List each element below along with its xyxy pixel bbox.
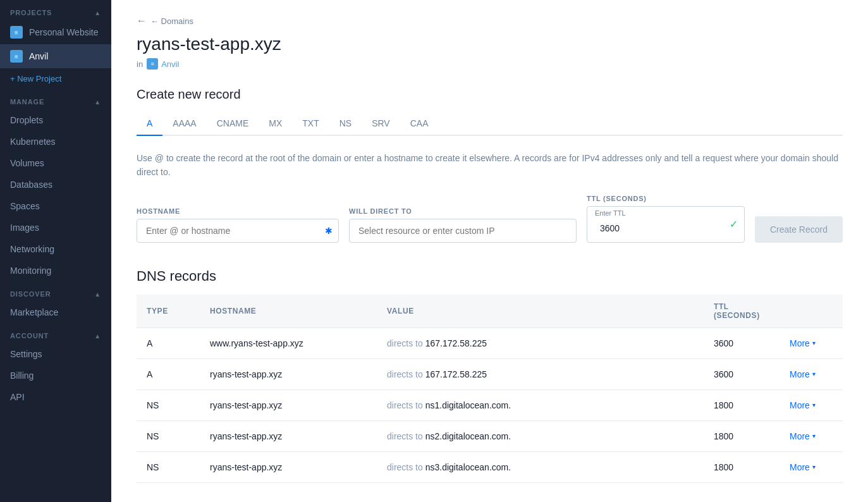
ttl-inner-label: Enter TTL bbox=[594, 209, 717, 217]
sidebar-item-volumes[interactable]: Volumes bbox=[0, 152, 111, 174]
cell-hostname: ryans-test-app.xyz bbox=[200, 358, 377, 389]
ttl-input[interactable] bbox=[594, 217, 717, 240]
manage-section-header: MANAGE ▲ bbox=[0, 89, 111, 109]
hostname-label: HOSTNAME bbox=[137, 207, 339, 215]
sidebar-item-monitoring[interactable]: Monitoring bbox=[0, 260, 111, 281]
cell-hostname: ryans-test-app.xyz bbox=[200, 389, 377, 420]
col-header-actions bbox=[779, 295, 843, 328]
col-header-type: Type bbox=[137, 295, 200, 328]
sidebar-item-databases[interactable]: Databases bbox=[0, 174, 111, 195]
breadcrumb-label[interactable]: ← Domains bbox=[150, 16, 193, 26]
breadcrumb[interactable]: ← ← Domains bbox=[137, 15, 843, 27]
sidebar-item-api[interactable]: API bbox=[0, 386, 111, 408]
record-type-tabs: A AAAA CNAME MX TXT NS SRV CAA bbox=[137, 112, 843, 136]
direct-to-group: WILL DIRECT TO bbox=[349, 207, 577, 243]
chevron-down-icon: ▾ bbox=[812, 401, 816, 408]
cell-type: A bbox=[137, 358, 200, 389]
col-header-hostname: Hostname bbox=[200, 295, 377, 328]
tab-cname[interactable]: CNAME bbox=[207, 112, 259, 136]
tab-aaaa[interactable]: AAAA bbox=[162, 112, 206, 136]
tab-a[interactable]: A bbox=[137, 112, 162, 136]
cell-hostname: ryans-test-app.xyz bbox=[200, 451, 377, 482]
more-button[interactable]: More ▾ bbox=[790, 431, 816, 441]
cell-value: directs to ns2.digitalocean.com. bbox=[377, 420, 704, 451]
discover-chevron: ▲ bbox=[94, 291, 101, 298]
col-header-value: Value bbox=[377, 295, 704, 328]
cell-ttl: 1800 bbox=[704, 420, 779, 451]
dns-records-title: DNS records bbox=[137, 268, 843, 285]
direct-to-input[interactable] bbox=[349, 219, 577, 243]
cell-hostname: ryans-test-app.xyz bbox=[200, 420, 377, 451]
required-star-icon: ✱ bbox=[325, 226, 333, 236]
cell-actions: More ▾ bbox=[779, 420, 843, 451]
cell-ttl: 3600 bbox=[704, 358, 779, 389]
chevron-down-icon: ▾ bbox=[812, 463, 816, 470]
account-section-header: ACCOUNT ▲ bbox=[0, 323, 111, 343]
sidebar-item-billing[interactable]: Billing bbox=[0, 365, 111, 386]
personal-website-icon: ≡ bbox=[10, 26, 23, 39]
cell-actions: More ▾ bbox=[779, 328, 843, 358]
hostname-input[interactable] bbox=[137, 219, 339, 243]
tab-ns[interactable]: NS bbox=[329, 112, 362, 136]
sidebar-item-personal-website[interactable]: ≡ Personal Website bbox=[0, 20, 111, 44]
cell-type: NS bbox=[137, 420, 200, 451]
ttl-input-wrapper: Enter TTL ✓ bbox=[587, 206, 745, 243]
sidebar-item-spaces[interactable]: Spaces bbox=[0, 195, 111, 217]
anvil-badge-icon: ≡ bbox=[147, 58, 158, 70]
sidebar-item-anvil[interactable]: ≡ Anvil bbox=[0, 44, 111, 68]
cell-ttl: 1800 bbox=[704, 389, 779, 420]
sidebar-item-marketplace[interactable]: Marketplace bbox=[0, 302, 111, 323]
hostname-input-wrapper: ✱ bbox=[137, 219, 339, 243]
tab-caa[interactable]: CAA bbox=[400, 112, 439, 136]
back-arrow-icon: ← bbox=[137, 15, 147, 27]
ttl-group: TTL (SECONDS) Enter TTL ✓ bbox=[587, 195, 745, 243]
discover-section-header: DISCOVER ▲ bbox=[0, 281, 111, 302]
more-button[interactable]: More ▾ bbox=[790, 400, 816, 410]
table-row: NS ryans-test-app.xyz directs to ns2.dig… bbox=[137, 420, 843, 451]
anvil-icon: ≡ bbox=[10, 50, 23, 63]
cell-actions: More ▾ bbox=[779, 389, 843, 420]
projects-section-header: PROJECTS ▲ bbox=[0, 0, 111, 20]
cell-ttl: 1800 bbox=[704, 451, 779, 482]
direct-to-label: WILL DIRECT TO bbox=[349, 207, 577, 215]
cell-value: directs to ns3.digitalocean.com. bbox=[377, 451, 704, 482]
create-record-title: Create new record bbox=[137, 87, 843, 102]
cell-type: A bbox=[137, 328, 200, 358]
create-record-form: HOSTNAME ✱ WILL DIRECT TO TTL (SECONDS) … bbox=[137, 195, 843, 243]
sidebar: PROJECTS ▲ ≡ Personal Website ≡ Anvil + … bbox=[0, 0, 111, 502]
new-project-button[interactable]: + New Project bbox=[0, 68, 111, 89]
project-badge[interactable]: ≡ Anvil bbox=[147, 58, 179, 70]
tab-mx[interactable]: MX bbox=[259, 112, 292, 136]
chevron-down-icon: ▾ bbox=[812, 432, 816, 439]
sidebar-item-droplets[interactable]: Droplets bbox=[0, 109, 111, 131]
sidebar-item-networking[interactable]: Networking bbox=[0, 238, 111, 260]
projects-chevron: ▲ bbox=[94, 9, 101, 16]
more-button[interactable]: More ▾ bbox=[790, 338, 816, 348]
sidebar-item-settings[interactable]: Settings bbox=[0, 343, 111, 365]
tab-txt[interactable]: TXT bbox=[292, 112, 329, 136]
create-record-button[interactable]: Create Record bbox=[755, 216, 843, 243]
cell-ttl: 3600 bbox=[704, 328, 779, 358]
hostname-group: HOSTNAME ✱ bbox=[137, 207, 339, 243]
table-row: NS ryans-test-app.xyz directs to ns1.dig… bbox=[137, 389, 843, 420]
record-info-text: Use @ to create the record at the root o… bbox=[137, 151, 843, 180]
table-row: A www.ryans-test-app.xyz directs to 167.… bbox=[137, 328, 843, 358]
dns-records-table: Type Hostname Value TTL (seconds) A www.… bbox=[137, 295, 843, 483]
manage-chevron: ▲ bbox=[94, 99, 101, 106]
tab-srv[interactable]: SRV bbox=[362, 112, 400, 136]
cell-type: NS bbox=[137, 389, 200, 420]
main-content: ← ← Domains ryans-test-app.xyz in ≡ Anvi… bbox=[111, 0, 868, 502]
sidebar-item-images[interactable]: Images bbox=[0, 217, 111, 238]
table-row: NS ryans-test-app.xyz directs to ns3.dig… bbox=[137, 451, 843, 482]
page-title: ryans-test-app.xyz bbox=[137, 34, 843, 54]
more-button[interactable]: More ▾ bbox=[790, 462, 816, 472]
sidebar-item-kubernetes[interactable]: Kubernetes bbox=[0, 131, 111, 152]
project-badge-name: Anvil bbox=[161, 59, 179, 69]
account-chevron: ▲ bbox=[94, 333, 101, 340]
cell-actions: More ▾ bbox=[779, 358, 843, 389]
more-button[interactable]: More ▾ bbox=[790, 369, 816, 379]
cell-value: directs to ns1.digitalocean.com. bbox=[377, 389, 704, 420]
cell-hostname: www.ryans-test-app.xyz bbox=[200, 328, 377, 358]
chevron-down-icon: ▾ bbox=[812, 340, 816, 346]
ttl-label: TTL (SECONDS) bbox=[587, 195, 745, 202]
